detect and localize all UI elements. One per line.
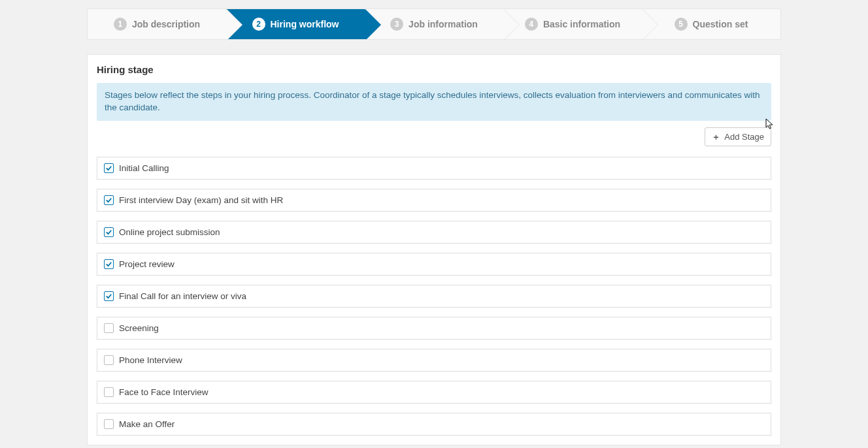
stage-row[interactable]: Project review: [97, 253, 771, 276]
wizard-step-5[interactable]: 5Question set: [642, 9, 780, 39]
stage-list: Initial CallingFirst interview Day (exam…: [88, 157, 780, 445]
stage-label: Project review: [119, 259, 175, 269]
stage-label: Screening: [119, 323, 159, 333]
panel-toolbar: ＋ Add Stage: [88, 127, 780, 152]
step-number: 2: [252, 18, 265, 31]
plus-icon: ＋: [712, 133, 720, 141]
step-label: Question set: [693, 19, 748, 29]
wizard-step-3[interactable]: 3Job information: [365, 9, 503, 39]
stage-row[interactable]: Make an Offer: [97, 413, 771, 436]
wizard-step-1[interactable]: 1Job description: [88, 9, 226, 39]
stage-label: Online project submission: [119, 227, 220, 237]
stage-label: Initial Calling: [119, 163, 169, 173]
step-number: 5: [675, 18, 688, 31]
add-stage-label: Add Stage: [724, 132, 764, 142]
stage-checkbox[interactable]: [104, 227, 114, 237]
wizard-step-2[interactable]: 2Hiring workflow: [226, 9, 365, 39]
stage-label: Make an Offer: [119, 419, 175, 429]
info-banner: Stages below reflect the steps in your h…: [97, 83, 771, 121]
step-number: 1: [114, 18, 127, 31]
stage-row[interactable]: Face to Face Interview: [97, 381, 771, 404]
stage-row[interactable]: Phone Interview: [97, 349, 771, 372]
add-stage-button[interactable]: ＋ Add Stage: [705, 127, 771, 146]
stage-row[interactable]: First interview Day (exam) and sit with …: [97, 189, 771, 212]
stage-checkbox[interactable]: [104, 419, 114, 429]
stage-label: First interview Day (exam) and sit with …: [119, 195, 283, 205]
step-number: 3: [390, 18, 403, 31]
step-label: Hiring workflow: [271, 19, 339, 29]
hiring-stage-panel: Hiring stage Stages below reflect the st…: [87, 54, 781, 445]
stage-row[interactable]: Screening: [97, 317, 771, 340]
stage-label: Face to Face Interview: [119, 387, 209, 397]
wizard-step-4[interactable]: 4Basic information: [503, 9, 642, 39]
step-label: Job description: [132, 19, 200, 29]
stage-checkbox[interactable]: [104, 387, 114, 397]
panel-title: Hiring stage: [88, 55, 780, 83]
stage-label: Final Call for an interview or viva: [119, 291, 246, 301]
stage-checkbox[interactable]: [104, 355, 114, 365]
step-label: Basic information: [543, 19, 620, 29]
stage-row[interactable]: Final Call for an interview or viva: [97, 285, 771, 308]
stage-checkbox[interactable]: [104, 323, 114, 333]
step-number: 4: [525, 18, 538, 31]
stage-row[interactable]: Online project submission: [97, 221, 771, 244]
stage-row[interactable]: Initial Calling: [97, 157, 771, 180]
stage-checkbox[interactable]: [104, 195, 114, 205]
wizard-steps: 1Job description2Hiring workflow3Job inf…: [87, 8, 781, 40]
stage-label: Phone Interview: [119, 355, 182, 365]
stage-checkbox[interactable]: [104, 163, 114, 173]
step-label: Job information: [409, 19, 478, 29]
stage-checkbox[interactable]: [104, 259, 114, 269]
stage-checkbox[interactable]: [104, 291, 114, 301]
